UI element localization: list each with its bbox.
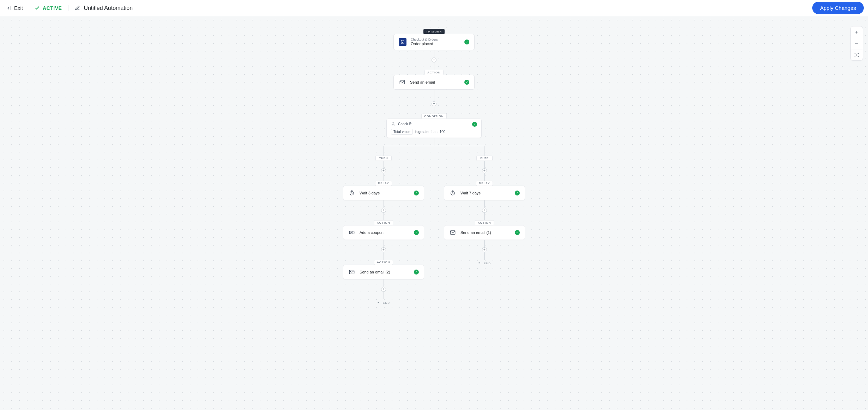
delay-node-then[interactable]: Wait 3 days [343,186,424,200]
action-label: ACTION [475,220,494,225]
add-step-button[interactable]: + [381,247,386,252]
title-text: Untitled Automation [84,5,133,11]
action-send-email-2-node[interactable]: Send an email (2) [343,265,424,279]
flow-canvas[interactable]: TRIGGER Checkout & Orders Order placed +… [0,16,868,410]
pencil-icon [75,5,80,11]
status-label: ACTIVE [43,5,62,11]
svg-point-3 [856,55,857,55]
action-name: Send an email (1) [460,230,491,235]
end-marker: END [478,262,491,265]
action-label: ACTION [374,220,393,225]
svg-rect-14 [450,231,455,235]
add-step-button[interactable]: + [482,208,487,213]
condition-node[interactable]: Check if: Total value is greater than 10… [386,119,482,138]
fit-icon [854,53,859,58]
action-name: Send an email (2) [360,270,390,274]
mail-icon [449,229,456,236]
clock-icon [449,189,456,197]
svg-point-5 [392,125,392,126]
shopping-bag-icon [399,38,406,46]
condition-label: CONDITION [421,114,447,119]
status-ok-icon [515,230,520,235]
status-ok-icon [414,270,419,275]
flag-icon [377,301,381,305]
minus-icon [854,41,859,46]
delay-label: DELAY [476,181,493,186]
svg-rect-12 [349,270,354,274]
automation-status: ACTIVE [35,5,68,11]
delay-label: DELAY [375,181,392,186]
apply-changes-button[interactable]: Apply Changes [812,2,864,14]
status-ok-icon [464,80,469,85]
trigger-category: Checkout & Orders [411,38,438,42]
svg-rect-4 [400,80,405,84]
svg-point-10 [350,233,351,234]
delay-text: Wait 3 days [360,191,380,195]
zoom-fit-button[interactable] [851,49,863,60]
add-step-button[interactable]: + [432,58,436,62]
clock-icon [348,189,355,197]
action-label: ACTION [374,260,393,265]
add-step-button[interactable]: + [381,208,386,213]
exit-button[interactable]: Exit [4,3,28,13]
trigger-label: TRIGGER [423,29,445,34]
then-branch: THEN + DELAY Wait 3 days + ACTION [342,146,425,305]
automation-title[interactable]: Untitled Automation [75,5,133,11]
coupon-icon [348,229,355,236]
status-ok-icon [464,40,469,44]
action-name: Add a coupon [360,230,384,235]
branches-container: THEN + DELAY Wait 3 days + ACTION [342,146,526,305]
action-send-email-1-node[interactable]: Send an email (1) [444,225,525,240]
end-marker: END [377,301,390,305]
zoom-controls [850,26,863,61]
add-step-button[interactable]: + [432,101,436,106]
add-step-button[interactable]: + [482,247,487,252]
add-step-button[interactable]: + [482,168,487,173]
exit-label: Exit [14,5,23,11]
trigger-name: Order placed [411,42,438,46]
status-ok-icon [414,230,419,235]
add-step-button[interactable]: + [381,168,386,173]
trigger-node[interactable]: Checkout & Orders Order placed [393,34,475,50]
status-ok-icon [515,191,520,195]
condition-head-text: Check if: [398,122,412,126]
end-label: END [383,301,390,305]
flag-icon [478,262,482,265]
delay-node-else[interactable]: Wait 7 days [444,186,525,200]
condition-operator: is greater than [415,130,438,134]
exit-icon [6,5,11,11]
mail-icon [399,79,406,86]
action-name: Send an email [410,80,435,84]
svg-point-6 [394,125,394,126]
zoom-out-button[interactable] [851,38,863,49]
check-icon [35,5,40,11]
action-label: ACTION [424,70,443,75]
condition-value: 100 [440,130,446,134]
action-send-email-node[interactable]: Send an email [393,75,475,90]
else-label: ELSE [476,156,493,161]
status-ok-icon [472,122,477,127]
split-icon [391,122,395,126]
action-add-coupon-node[interactable]: Add a coupon [343,225,424,240]
mail-icon [348,269,355,276]
flow-root: TRIGGER Checkout & Orders Order placed +… [311,29,557,305]
plus-icon [854,30,859,35]
svg-point-11 [352,232,353,233]
zoom-in-button[interactable] [851,26,863,38]
topbar: Exit ACTIVE Untitled Automation Apply Ch… [0,0,868,16]
else-branch: ELSE + DELAY Wait 7 days + ACTION [443,146,526,305]
add-step-button[interactable]: + [381,287,386,292]
status-ok-icon [414,191,419,195]
condition-field: Total value [391,129,413,135]
end-label: END [484,262,491,265]
delay-text: Wait 7 days [460,191,481,195]
then-label: THEN [375,156,392,161]
